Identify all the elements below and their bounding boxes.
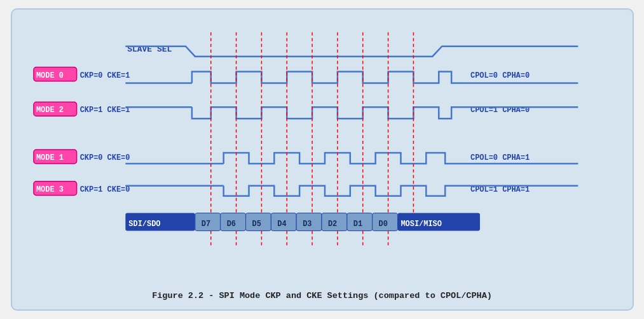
waveform-container: SLAVE SEL MODE 0 CKP=0 CKE=1 CPOL=0 CPHA… [27,21,617,285]
mode3-params: CKP=1 CKE=0 [79,185,130,194]
d3-label: D3 [303,220,312,229]
d4-label: D4 [277,220,286,229]
waveform-svg: SLAVE SEL MODE 0 CKP=0 CKE=1 CPOL=0 CPHA… [27,21,617,285]
mode0-badge-text: MODE 0 [36,71,63,80]
mode1-params: CKP=0 CKE=0 [79,153,130,162]
mode1-badge-text: MODE 1 [36,153,63,162]
d6-label: D6 [226,220,235,229]
mode2-badge-text: MODE 2 [36,106,63,115]
mode0-params: CKP=0 CKE=1 [79,71,130,80]
d2-label: D2 [327,220,336,229]
mosi-miso-label: MOSI/MISO [401,220,441,229]
mode2-params: CKP=1 CKE=1 [79,106,130,115]
figure-caption: Figure 2.2 - SPI Mode CKP and CKE Settin… [27,291,617,301]
sdi-sdo-label: SDI/SDO [128,220,160,229]
d7-label: D7 [201,220,210,229]
d1-label: D1 [353,220,362,229]
main-container: SLAVE SEL MODE 0 CKP=0 CKE=1 CPOL=0 CPHA… [11,8,634,311]
d0-label: D0 [378,220,387,229]
mode1-cpol: CPOL=0 CPHA=1 [470,153,529,162]
mode3-badge-text: MODE 3 [36,185,63,194]
mode0-cpol: CPOL=0 CPHA=0 [470,71,529,80]
d5-label: D5 [252,220,261,229]
diagram-area: SLAVE SEL MODE 0 CKP=0 CKE=1 CPOL=0 CPHA… [27,21,617,301]
